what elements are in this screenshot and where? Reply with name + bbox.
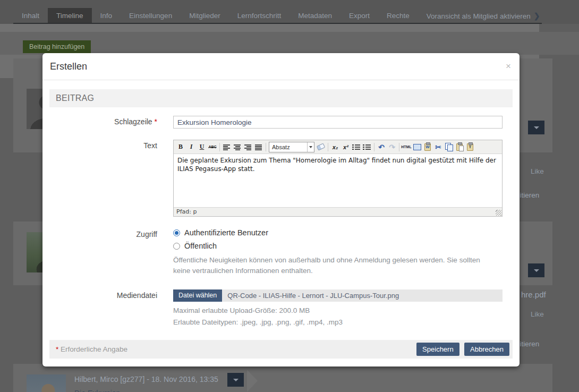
paragraph-format-select[interactable]: Absatz — [269, 142, 314, 152]
italic-button[interactable]: I — [186, 142, 197, 152]
resize-grip[interactable] — [496, 210, 501, 216]
avatar — [27, 374, 66, 392]
page: Inhalt Timeline Info Einstellungen Mitgl… — [0, 0, 579, 392]
redo-button[interactable]: ↷ — [387, 142, 397, 152]
format-select-value: Absatz — [272, 144, 290, 150]
tab-timeline[interactable]: Timeline — [48, 8, 92, 24]
paste-button[interactable] — [454, 142, 465, 152]
required-asterisk: * — [155, 117, 157, 126]
attachment-link[interactable]: hre.pdf — [521, 290, 546, 299]
editor-path: Pfad: p — [176, 208, 197, 215]
close-icon[interactable]: × — [506, 61, 511, 72]
tab-export[interactable]: Export — [340, 8, 378, 24]
media-row: Mediendatei Datei wählen QR-Code - ILIAS… — [49, 289, 513, 326]
toolbar-separator — [219, 143, 220, 151]
like-button[interactable]: Like — [531, 167, 544, 175]
radio-unselected-icon[interactable] — [173, 243, 180, 250]
access-option-authenticated[interactable]: Authentifizierte Benutzer — [173, 228, 503, 237]
create-post-modal: Erstellen × BEITRAG Schlagzeile * Text — [42, 53, 520, 367]
modal-body: BEITRAG Schlagzeile * Text B — [42, 80, 520, 326]
post-actions-dropdown-button[interactable] — [528, 121, 544, 134]
paste-text-icon: T — [467, 143, 473, 151]
tab-metadaten[interactable]: Metadaten — [289, 8, 340, 24]
cancel-button[interactable]: Abbrechen — [464, 343, 509, 356]
align-right-button[interactable] — [243, 142, 253, 152]
chosen-filename: QR-Code - ILIAS-Hilfe - Lernort - JLU-Ca… — [222, 289, 503, 302]
form-section-header: BEITRAG — [49, 89, 513, 107]
rich-text-editor: B I U ABC Absatz — [173, 140, 503, 217]
tab-underline — [13, 23, 542, 24]
chevron-down-icon — [307, 142, 314, 152]
paste-word-letter: W — [425, 144, 430, 150]
media-label: Mediendatei — [49, 289, 173, 326]
paste-word-icon: W — [424, 143, 431, 151]
align-center-icon — [233, 143, 242, 151]
numbered-list-icon — [363, 143, 371, 151]
file-input[interactable]: Datei wählen QR-Code - ILIAS-Hilfe - Ler… — [173, 289, 503, 302]
eraser-icon — [317, 143, 325, 150]
tab-lernfortschritt[interactable]: Lernfortschritt — [229, 8, 290, 24]
undo-button[interactable]: ↶ — [376, 142, 387, 152]
save-button[interactable]: Speichern — [416, 343, 459, 356]
align-left-button[interactable] — [222, 142, 232, 152]
paste-from-word-button[interactable]: W — [422, 142, 433, 152]
access-help-text: Öffentliche Neuigkeiten können von außer… — [173, 255, 496, 276]
post-actions-dropdown-button[interactable] — [528, 263, 544, 277]
toolbar-separator — [328, 143, 328, 151]
underline-button[interactable]: U — [197, 142, 207, 152]
chevron-right-icon: ❯ — [534, 12, 540, 20]
required-asterisk: * — [56, 345, 58, 353]
required-note: * Erforderliche Angabe — [56, 345, 127, 353]
tab-info[interactable]: Info — [92, 8, 121, 24]
radio-selected-icon[interactable] — [173, 229, 180, 236]
visual-aid-button[interactable] — [412, 142, 422, 152]
modal-header: Erstellen × — [42, 53, 520, 80]
tab-inhalt[interactable]: Inhalt — [13, 8, 48, 24]
remove-format-button[interactable] — [316, 142, 326, 152]
required-note-text: Erforderliche Angabe — [61, 345, 127, 353]
toolbar-separator — [399, 143, 399, 151]
text-label: Text — [49, 140, 173, 217]
add-post-button[interactable]: Beitrag hinzufügen — [23, 40, 91, 53]
copy-button[interactable] — [444, 142, 454, 152]
modal-title: Erstellen — [50, 61, 87, 72]
access-option-public-label: Öffentlich — [184, 242, 217, 250]
paste-text-letter: T — [467, 144, 473, 150]
paste-as-text-button[interactable]: T — [465, 142, 475, 152]
tab-bar: Inhalt Timeline Info Einstellungen Mitgl… — [0, 0, 579, 24]
strikethrough-button[interactable]: ABC — [207, 142, 218, 152]
access-option-public[interactable]: Öffentlich — [173, 242, 503, 250]
bullet-list-icon — [352, 143, 361, 151]
timeline-card-arrow — [247, 370, 258, 392]
bold-button[interactable]: B — [175, 142, 186, 152]
align-center-button[interactable] — [232, 142, 243, 152]
headline-input[interactable] — [173, 116, 503, 129]
post-actions-dropdown-button[interactable] — [227, 373, 244, 387]
headline-row: Schlagzeile * — [49, 116, 513, 129]
bullet-list-button[interactable] — [351, 142, 362, 152]
like-button[interactable]: Like — [531, 310, 544, 318]
preview-as-member-link[interactable]: Voransicht als Mitglied aktivieren❯ — [418, 8, 546, 24]
align-justify-button[interactable] — [253, 142, 264, 152]
headline-label: Schlagzeile * — [49, 116, 173, 129]
max-upload-note: Maximal erlaubte Upload-Größe: 200.0 MB — [173, 306, 503, 314]
tab-mitglieder[interactable]: Mitglieder — [181, 8, 229, 24]
tab-einstellungen[interactable]: Einstellungen — [121, 8, 181, 24]
paste-icon — [456, 143, 463, 151]
cut-button[interactable]: ✂ — [433, 142, 444, 152]
editor-content[interactable]: Die geplante Exkursion zum Thema "Homero… — [174, 154, 502, 207]
editor-toolbar: B I U ABC Absatz — [174, 140, 502, 154]
subscript-button[interactable]: x₂ — [330, 142, 340, 152]
text-row: Text B I U ABC — [49, 140, 513, 217]
choose-file-button[interactable]: Datei wählen — [173, 289, 222, 302]
modal-footer: * Erforderliche Angabe Speichern Abbrech… — [49, 340, 513, 359]
tab-rechte[interactable]: Rechte — [378, 8, 418, 24]
access-label: Zugriff — [49, 228, 173, 276]
numbered-list-button[interactable] — [362, 142, 372, 152]
html-source-button[interactable]: HTML — [401, 142, 412, 152]
superscript-button[interactable]: x² — [340, 142, 351, 152]
access-row: Zugriff Authentifizierte Benutzer Öffent… — [49, 228, 513, 276]
allowed-types-note: Erlaubte Dateitypen: .jpeg, .jpg, .png, … — [173, 318, 503, 326]
align-right-icon — [244, 143, 252, 151]
post-author-timestamp: Hilbert, Mirco [gz277] - 18. Nov 2016, 1… — [74, 375, 218, 384]
